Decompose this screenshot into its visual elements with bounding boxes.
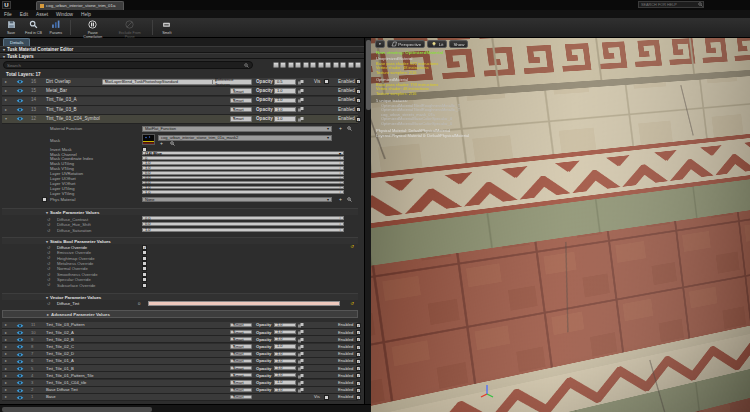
vector-params-header[interactable]: ▾ Vector Parameter Values [2, 293, 358, 300]
menu-window[interactable]: Window [56, 12, 73, 17]
property-dropdown[interactable]: (14) Blue▾ [142, 151, 344, 155]
opacity-value[interactable]: 1.0 [274, 359, 296, 363]
smart-dropdown[interactable]: Smart▾ [230, 88, 252, 94]
layer-row-8[interactable]: ▸8Tint_Tile_02_CSmart▾Opacity1.0Enabled [2, 344, 358, 351]
opacity-value[interactable]: 1.0 [274, 337, 296, 341]
expander-icon[interactable]: ▸ [5, 89, 7, 93]
opacity-value[interactable]: 1.0 [274, 323, 296, 327]
help-search-input[interactable] [639, 3, 698, 7]
layer-tool-button[interactable] [355, 62, 361, 68]
lit-mode-button[interactable]: Lit [427, 40, 447, 48]
scale-param-value[interactable]: 1.0↕ [142, 228, 344, 232]
spin-arrows-icon[interactable]: ↕ [339, 222, 341, 226]
opacity-value[interactable]: 1.0 [274, 366, 296, 370]
opacity-value[interactable]: 1.0 [274, 98, 296, 104]
layer-row-10[interactable]: ▸10Tint_Tile_02_ASmart▾Opacity1.0Enabled [2, 329, 358, 336]
opacity-value[interactable]: 0.5 [274, 79, 296, 85]
layer-search-box[interactable] [3, 61, 253, 69]
menu-file[interactable]: File [4, 12, 12, 17]
opacity-value[interactable]: 1.0 [274, 107, 296, 113]
smart-dropdown[interactable]: Smart▾ [230, 344, 252, 348]
enabled-checkbox[interactable] [356, 352, 361, 357]
vis-checkbox[interactable] [324, 79, 329, 84]
add-icon[interactable]: + [339, 197, 342, 202]
spin-arrows-icon[interactable]: ↕ [339, 171, 341, 175]
layer-row-7[interactable]: ▸7Tint_Tile_02_DSmart▾Opacity1.0Enabled [2, 351, 358, 358]
opacity-value[interactable]: 1.0 [274, 373, 296, 377]
layer-row-11[interactable]: ▸11Tint_Tile_03_PatternSmart▾Opacity1.0E… [2, 322, 358, 329]
visibility-eye-icon[interactable] [16, 79, 24, 86]
spin-arrows-icon[interactable]: ↕ [339, 228, 341, 232]
property-spinbox[interactable]: 0.0↕ [142, 171, 344, 175]
menu-asset[interactable]: Asset [36, 12, 48, 17]
smart-dropdown[interactable]: Smart▾ [230, 107, 252, 113]
tab-details[interactable]: Details [3, 38, 30, 46]
visibility-eye-icon[interactable] [16, 395, 24, 402]
expander-icon[interactable]: ▸ [5, 80, 7, 84]
find-in-cb-button[interactable]: Find in CB [23, 19, 44, 37]
smart-dropdown[interactable]: Smart▾ [230, 380, 252, 384]
smart-dropdown[interactable]: Smart▾ [230, 395, 252, 399]
slider-icon[interactable] [298, 89, 304, 96]
smart-dropdown[interactable]: Smart▾ [230, 388, 252, 392]
vertical-scrollbar[interactable] [364, 38, 371, 404]
scale-param-value[interactable]: 0.0↕ [142, 216, 344, 220]
smart-dropdown[interactable]: Smart▾ [230, 98, 252, 104]
vis-checkbox[interactable] [324, 395, 329, 400]
smart-dropdown[interactable]: Smart▾ [230, 116, 252, 122]
layer-row-14[interactable]: ▸14Tint_Tile_03_ASmart▾Opacity1.0Enabled [2, 97, 358, 106]
property-spinbox[interactable]: 1.0↕ [142, 166, 344, 170]
enabled-checkbox[interactable] [356, 98, 361, 103]
layer-row-16[interactable]: ▸16Dirt OverlapMatLayerBlend_TuskPhotosh… [2, 78, 358, 87]
perspective-button[interactable]: Perspective [387, 40, 425, 48]
property-spinbox[interactable]: 0↕ [142, 156, 344, 160]
layer-tool-button[interactable] [325, 62, 331, 68]
layer-row-2[interactable]: ▸2Base Diffuse TintSmart▾Opacity1.0Enabl… [2, 387, 358, 394]
viewport-options-button[interactable]: ▾ [375, 40, 385, 48]
spin-arrows-icon[interactable]: ↕ [339, 216, 341, 220]
horizontal-scrollbar[interactable] [0, 404, 371, 412]
spin-arrows-icon[interactable]: ↕ [339, 156, 341, 160]
mask-texture-thumbnail[interactable] [142, 134, 155, 145]
enabled-checkbox[interactable] [356, 388, 361, 393]
enabled-checkbox[interactable] [356, 79, 361, 84]
expander-icon[interactable]: ▸ [5, 345, 7, 349]
smart-dropdown[interactable]: Smart▾ [230, 359, 252, 363]
opacity-value[interactable]: 1.0 [274, 388, 296, 392]
opacity-value[interactable]: 1.0 [274, 330, 296, 334]
spin-arrows-icon[interactable]: ↕ [339, 185, 341, 189]
show-flags-button[interactable]: Show [449, 40, 468, 48]
visibility-eye-icon[interactable] [16, 98, 24, 105]
spin-arrows-icon[interactable]: ↕ [339, 176, 341, 180]
spin-arrows-icon[interactable]: ↕ [339, 161, 341, 165]
layer-tool-button[interactable] [280, 62, 286, 68]
layer-tool-button[interactable] [348, 62, 354, 68]
expander-icon[interactable]: ▸ [5, 359, 7, 363]
reference-textures-dropdown[interactable]: Reference Textures▾ [212, 79, 252, 85]
layer-tool-button[interactable] [273, 62, 279, 68]
opacity-value[interactable]: 1.0 [274, 352, 296, 356]
bool-params-header[interactable]: ▾ Static Bool Parameter Values [2, 237, 358, 244]
enabled-checkbox[interactable] [356, 89, 361, 94]
scale-params-header[interactable]: ▾ Scale Parameter Values [2, 208, 358, 215]
layer-row-13[interactable]: ▸13Tint_Tile_03_BSmart▾Opacity1.0Enabled [2, 106, 358, 115]
browse-icon[interactable] [347, 126, 352, 132]
material-preview-viewport[interactable]: ▾ Perspective Lit Show Now viewing: Opti… [371, 38, 750, 412]
material-function-dropdown[interactable]: MatFlat_Function ▾ [142, 126, 332, 132]
opacity-value[interactable]: 1.0 [274, 344, 296, 348]
help-search-box[interactable] [638, 1, 704, 8]
blend-mode-dropdown[interactable]: MatLayerBlend_TuskPhotoshopStandard▾ [102, 79, 218, 85]
slider-icon[interactable] [298, 107, 304, 114]
smelt-button[interactable]: Smelt [158, 19, 176, 37]
enabled-checkbox[interactable] [356, 117, 361, 122]
layer-row-4[interactable]: ▸4Tint_Tile_01_Pattern_TileSmart▾Opacity… [2, 372, 358, 379]
enabled-checkbox[interactable] [356, 345, 361, 350]
opacity-value[interactable]: 1.0 [274, 116, 296, 122]
smart-dropdown[interactable]: Smart▾ [230, 323, 252, 327]
layer-tool-button[interactable] [333, 62, 339, 68]
menu-help[interactable]: Help [81, 12, 91, 17]
smart-dropdown[interactable]: Smart▾ [230, 330, 252, 334]
bool-param-checkbox[interactable] [142, 283, 147, 288]
enabled-checkbox[interactable] [356, 381, 361, 386]
property-spinbox[interactable]: 1.0↕ [142, 161, 344, 165]
